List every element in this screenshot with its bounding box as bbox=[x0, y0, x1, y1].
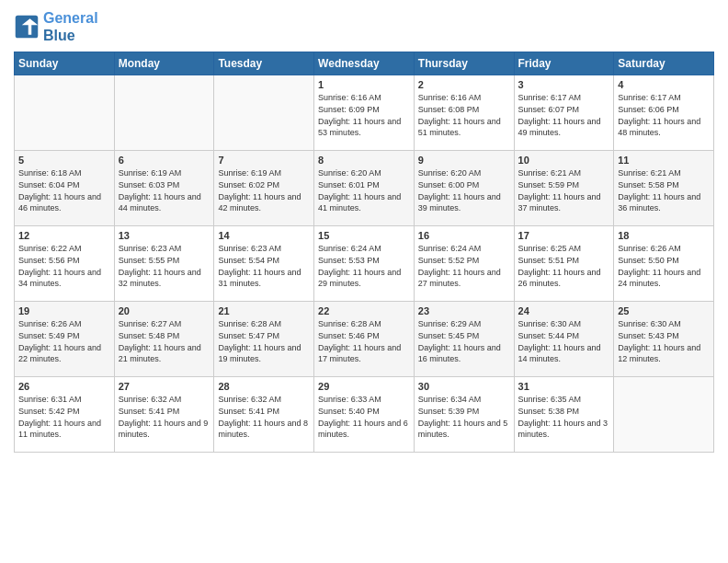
empty-cell bbox=[114, 75, 214, 151]
day-info: Sunrise: 6:28 AM Sunset: 5:47 PM Dayligh… bbox=[218, 318, 310, 364]
day-cell-19: 19Sunrise: 6:26 AM Sunset: 5:49 PM Dayli… bbox=[15, 302, 115, 377]
day-info: Sunrise: 6:32 AM Sunset: 5:41 PM Dayligh… bbox=[218, 394, 310, 440]
day-number: 2 bbox=[418, 79, 510, 90]
weekday-header-friday: Friday bbox=[514, 52, 614, 75]
day-info: Sunrise: 6:23 AM Sunset: 5:55 PM Dayligh… bbox=[119, 243, 210, 289]
day-cell-10: 10Sunrise: 6:21 AM Sunset: 5:59 PM Dayli… bbox=[514, 151, 614, 226]
day-info: Sunrise: 6:33 AM Sunset: 5:40 PM Dayligh… bbox=[318, 394, 410, 440]
day-info: Sunrise: 6:17 AM Sunset: 6:06 PM Dayligh… bbox=[618, 92, 710, 138]
day-cell-28: 28Sunrise: 6:32 AM Sunset: 5:41 PM Dayli… bbox=[214, 377, 314, 453]
day-info: Sunrise: 6:34 AM Sunset: 5:39 PM Dayligh… bbox=[418, 394, 510, 440]
day-cell-30: 30Sunrise: 6:34 AM Sunset: 5:39 PM Dayli… bbox=[414, 377, 514, 453]
day-number: 22 bbox=[318, 305, 410, 316]
day-info: Sunrise: 6:19 AM Sunset: 6:03 PM Dayligh… bbox=[119, 167, 210, 213]
day-number: 1 bbox=[318, 79, 410, 90]
day-number: 4 bbox=[618, 79, 710, 90]
weekday-header-sunday: Sunday bbox=[15, 52, 115, 75]
logo-text: General Blue bbox=[43, 9, 98, 44]
day-info: Sunrise: 6:35 AM Sunset: 5:38 PM Dayligh… bbox=[518, 394, 610, 440]
day-cell-24: 24Sunrise: 6:30 AM Sunset: 5:44 PM Dayli… bbox=[514, 302, 614, 377]
day-number: 9 bbox=[418, 155, 510, 166]
day-cell-15: 15Sunrise: 6:24 AM Sunset: 5:53 PM Dayli… bbox=[314, 226, 415, 302]
page: General Blue SundayMondayTuesdayWednesda… bbox=[0, 0, 728, 563]
logo: General Blue bbox=[14, 9, 98, 44]
day-cell-22: 22Sunrise: 6:28 AM Sunset: 5:46 PM Dayli… bbox=[314, 302, 415, 377]
day-cell-20: 20Sunrise: 6:27 AM Sunset: 5:48 PM Dayli… bbox=[114, 302, 214, 377]
week-row-3: 12Sunrise: 6:22 AM Sunset: 5:56 PM Dayli… bbox=[15, 226, 714, 302]
day-number: 19 bbox=[18, 305, 110, 316]
day-cell-21: 21Sunrise: 6:28 AM Sunset: 5:47 PM Dayli… bbox=[214, 302, 314, 377]
day-info: Sunrise: 6:31 AM Sunset: 5:42 PM Dayligh… bbox=[18, 394, 110, 440]
day-number: 3 bbox=[518, 79, 610, 90]
day-number: 6 bbox=[119, 155, 210, 166]
day-number: 15 bbox=[318, 230, 410, 241]
day-number: 23 bbox=[418, 305, 510, 316]
day-info: Sunrise: 6:28 AM Sunset: 5:46 PM Dayligh… bbox=[318, 318, 410, 364]
day-info: Sunrise: 6:26 AM Sunset: 5:50 PM Dayligh… bbox=[618, 243, 710, 289]
day-info: Sunrise: 6:18 AM Sunset: 6:04 PM Dayligh… bbox=[18, 167, 110, 213]
day-info: Sunrise: 6:23 AM Sunset: 5:54 PM Dayligh… bbox=[218, 243, 310, 289]
day-cell-4: 4Sunrise: 6:17 AM Sunset: 6:06 PM Daylig… bbox=[614, 75, 714, 151]
day-cell-13: 13Sunrise: 6:23 AM Sunset: 5:55 PM Dayli… bbox=[114, 226, 214, 302]
day-number: 25 bbox=[618, 305, 710, 316]
day-number: 11 bbox=[618, 155, 710, 166]
day-cell-25: 25Sunrise: 6:30 AM Sunset: 5:43 PM Dayli… bbox=[614, 302, 714, 377]
day-number: 8 bbox=[318, 155, 410, 166]
week-row-2: 5Sunrise: 6:18 AM Sunset: 6:04 PM Daylig… bbox=[15, 151, 714, 226]
day-number: 31 bbox=[518, 381, 610, 392]
day-cell-3: 3Sunrise: 6:17 AM Sunset: 6:07 PM Daylig… bbox=[514, 75, 614, 151]
logo-icon bbox=[14, 14, 40, 40]
day-info: Sunrise: 6:20 AM Sunset: 6:00 PM Dayligh… bbox=[418, 167, 510, 213]
day-info: Sunrise: 6:30 AM Sunset: 5:44 PM Dayligh… bbox=[518, 318, 610, 364]
day-cell-18: 18Sunrise: 6:26 AM Sunset: 5:50 PM Dayli… bbox=[614, 226, 714, 302]
empty-cell bbox=[214, 75, 314, 151]
day-number: 24 bbox=[518, 305, 610, 316]
day-number: 16 bbox=[418, 230, 510, 241]
day-cell-9: 9Sunrise: 6:20 AM Sunset: 6:00 PM Daylig… bbox=[414, 151, 514, 226]
day-info: Sunrise: 6:21 AM Sunset: 5:59 PM Dayligh… bbox=[518, 167, 610, 213]
day-number: 30 bbox=[418, 381, 510, 392]
weekday-header-saturday: Saturday bbox=[614, 52, 714, 75]
empty-cell bbox=[614, 377, 714, 453]
day-number: 12 bbox=[18, 230, 110, 241]
day-number: 13 bbox=[119, 230, 210, 241]
day-cell-14: 14Sunrise: 6:23 AM Sunset: 5:54 PM Dayli… bbox=[214, 226, 314, 302]
day-cell-7: 7Sunrise: 6:19 AM Sunset: 6:02 PM Daylig… bbox=[214, 151, 314, 226]
svg-rect-0 bbox=[16, 16, 39, 39]
day-cell-8: 8Sunrise: 6:20 AM Sunset: 6:01 PM Daylig… bbox=[314, 151, 415, 226]
weekday-header-row: SundayMondayTuesdayWednesdayThursdayFrid… bbox=[15, 52, 714, 75]
day-number: 17 bbox=[518, 230, 610, 241]
day-info: Sunrise: 6:22 AM Sunset: 5:56 PM Dayligh… bbox=[18, 243, 110, 289]
weekday-header-monday: Monday bbox=[114, 52, 214, 75]
day-cell-11: 11Sunrise: 6:21 AM Sunset: 5:58 PM Dayli… bbox=[614, 151, 714, 226]
header: General Blue bbox=[14, 9, 714, 44]
day-cell-5: 5Sunrise: 6:18 AM Sunset: 6:04 PM Daylig… bbox=[15, 151, 115, 226]
day-cell-27: 27Sunrise: 6:32 AM Sunset: 5:41 PM Dayli… bbox=[114, 377, 214, 453]
day-info: Sunrise: 6:17 AM Sunset: 6:07 PM Dayligh… bbox=[518, 92, 610, 138]
day-number: 18 bbox=[618, 230, 710, 241]
day-cell-1: 1Sunrise: 6:16 AM Sunset: 6:09 PM Daylig… bbox=[314, 75, 415, 151]
day-cell-6: 6Sunrise: 6:19 AM Sunset: 6:03 PM Daylig… bbox=[114, 151, 214, 226]
weekday-header-tuesday: Tuesday bbox=[214, 52, 314, 75]
day-number: 21 bbox=[218, 305, 310, 316]
day-info: Sunrise: 6:25 AM Sunset: 5:51 PM Dayligh… bbox=[518, 243, 610, 289]
week-row-1: 1Sunrise: 6:16 AM Sunset: 6:09 PM Daylig… bbox=[15, 75, 714, 151]
week-row-4: 19Sunrise: 6:26 AM Sunset: 5:49 PM Dayli… bbox=[15, 302, 714, 377]
day-info: Sunrise: 6:30 AM Sunset: 5:43 PM Dayligh… bbox=[618, 318, 710, 364]
day-info: Sunrise: 6:26 AM Sunset: 5:49 PM Dayligh… bbox=[18, 318, 110, 364]
day-number: 27 bbox=[119, 381, 210, 392]
day-number: 26 bbox=[18, 381, 110, 392]
day-number: 7 bbox=[218, 155, 310, 166]
day-info: Sunrise: 6:16 AM Sunset: 6:09 PM Dayligh… bbox=[318, 92, 410, 138]
week-row-5: 26Sunrise: 6:31 AM Sunset: 5:42 PM Dayli… bbox=[15, 377, 714, 453]
day-info: Sunrise: 6:20 AM Sunset: 6:01 PM Dayligh… bbox=[318, 167, 410, 213]
day-cell-29: 29Sunrise: 6:33 AM Sunset: 5:40 PM Dayli… bbox=[314, 377, 415, 453]
day-cell-16: 16Sunrise: 6:24 AM Sunset: 5:52 PM Dayli… bbox=[414, 226, 514, 302]
day-info: Sunrise: 6:21 AM Sunset: 5:58 PM Dayligh… bbox=[618, 167, 710, 213]
day-cell-2: 2Sunrise: 6:16 AM Sunset: 6:08 PM Daylig… bbox=[414, 75, 514, 151]
day-number: 28 bbox=[218, 381, 310, 392]
calendar: SundayMondayTuesdayWednesdayThursdayFrid… bbox=[14, 52, 714, 453]
empty-cell bbox=[15, 75, 115, 151]
day-info: Sunrise: 6:24 AM Sunset: 5:52 PM Dayligh… bbox=[418, 243, 510, 289]
day-info: Sunrise: 6:24 AM Sunset: 5:53 PM Dayligh… bbox=[318, 243, 410, 289]
